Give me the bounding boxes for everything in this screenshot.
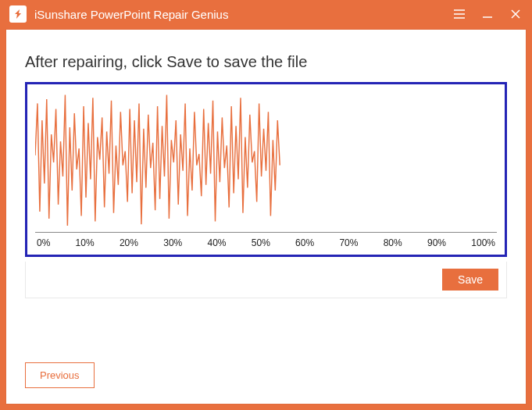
axis-tick-label: 100%: [471, 237, 495, 248]
progress-chart-axis: 0%10%20%30%40%50%60%70%80%90%100%: [35, 233, 497, 250]
titlebar: iSunshare PowerPoint Repair Genius: [0, 0, 532, 28]
menu-icon[interactable]: [452, 7, 466, 21]
axis-tick-label: 30%: [163, 237, 182, 248]
axis-tick-label: 40%: [208, 237, 227, 248]
axis-tick-label: 0%: [37, 237, 50, 248]
content-card: After repairing, click Save to save the …: [6, 30, 526, 404]
save-button[interactable]: Save: [442, 269, 498, 291]
axis-tick-label: 80%: [384, 237, 402, 248]
progress-chart: [35, 92, 497, 233]
close-icon[interactable]: [509, 7, 523, 21]
axis-tick-label: 60%: [295, 237, 314, 248]
axis-tick-label: 20%: [120, 237, 138, 248]
minimize-icon[interactable]: [480, 7, 495, 21]
app-title: iSunshare PowerPoint Repair Genius: [34, 8, 228, 21]
axis-tick-label: 50%: [252, 237, 270, 248]
save-bar: Save: [25, 262, 507, 298]
app-logo-icon: [9, 5, 27, 23]
progress-chart-container: 0%10%20%30%40%50%60%70%80%90%100%: [25, 82, 507, 257]
axis-tick-label: 10%: [76, 237, 95, 248]
instruction-text: After repairing, click Save to save the …: [6, 30, 526, 82]
axis-tick-label: 90%: [427, 237, 446, 248]
previous-button[interactable]: Previous: [25, 362, 95, 388]
axis-tick-label: 70%: [339, 237, 358, 248]
